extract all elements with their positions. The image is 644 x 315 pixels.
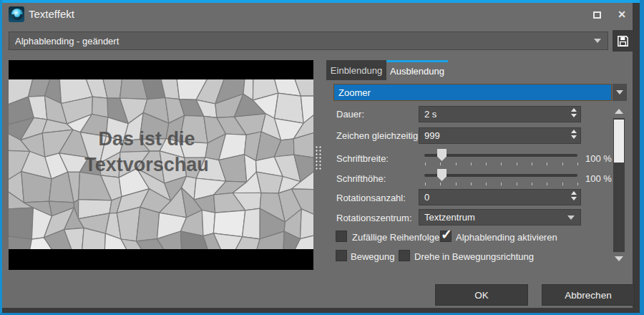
window-title: Texteffekt <box>29 8 74 20</box>
close-icon: ✕ <box>618 9 626 20</box>
checkbox-box <box>399 250 410 261</box>
scrollbar-down-button[interactable] <box>613 253 625 263</box>
zeichen-gleichzeitig-value: 999 <box>424 130 440 141</box>
preset-value: Alphablending - geändert <box>9 36 594 47</box>
window-border-left <box>0 0 2 315</box>
preview-text-line1: Das ist die <box>9 126 285 152</box>
schrifthoehe-slider-ticks <box>425 183 578 185</box>
app-icon <box>9 6 24 22</box>
cancel-button-label: Abbrechen <box>565 290 611 301</box>
chevron-down-icon <box>567 215 575 220</box>
effect-selected-value: Zoomer <box>334 87 371 98</box>
spinner-down-icon[interactable] <box>571 197 577 200</box>
tab-ausblendung[interactable]: Ausblendung <box>386 60 448 80</box>
chevron-down-icon <box>594 39 601 43</box>
schriftbreite-label: Schriftbreite: <box>336 153 389 164</box>
effect-combobox-arrow[interactable] <box>613 84 627 101</box>
cancel-button[interactable]: Abbrechen <box>542 284 635 306</box>
ok-button[interactable]: OK <box>435 284 528 306</box>
checkbox-box <box>336 250 347 261</box>
chevron-down-icon <box>615 256 623 261</box>
effect-combobox[interactable]: Zoomer <box>333 84 612 101</box>
schrifthoehe-label: Schrifthöhe: <box>336 173 386 184</box>
tab-ausblendung-label: Ausblendung <box>390 66 444 77</box>
tab-einblendung-label: Einblendung <box>331 65 382 76</box>
save-preset-button[interactable] <box>613 30 633 52</box>
window-border-top <box>0 0 644 3</box>
maximize-icon <box>593 11 601 19</box>
spinner-down-icon[interactable] <box>571 114 577 117</box>
checkbox-box <box>336 231 347 242</box>
check-icon: ✓ <box>441 226 452 243</box>
rotationszentrum-value: Textzentrum <box>424 212 567 223</box>
zeichen-gleichzeitig-label: Zeichen gleichzeitig: <box>336 130 421 141</box>
chevron-up-icon <box>615 109 623 114</box>
dauer-label: Dauer: <box>336 109 364 120</box>
schriftbreite-value: 100 % <box>585 153 612 164</box>
spinner-up-icon[interactable] <box>571 191 577 195</box>
preset-combobox[interactable]: Alphablending - geändert <box>9 32 608 50</box>
rotationszentrum-combobox[interactable]: Textzentrum <box>419 209 581 226</box>
close-button[interactable]: ✕ <box>614 6 630 22</box>
schrifthoehe-value: 100 % <box>585 173 612 184</box>
rotationsanzahl-value: 0 <box>424 192 429 203</box>
splitter-handle[interactable] <box>315 145 323 171</box>
rotationszentrum-label: Rotationszentrum: <box>336 213 412 223</box>
maximize-button[interactable] <box>588 8 605 22</box>
alphablending-aktivieren-label: Alphablending aktivieren <box>456 232 557 243</box>
scrollbar-up-button[interactable] <box>613 106 625 116</box>
checkbox-alphablending-aktivieren[interactable]: ✓ <box>440 231 452 242</box>
dauer-value: 2 s <box>424 109 436 120</box>
bewegung-label: Bewegung <box>351 251 394 262</box>
save-icon <box>616 34 630 48</box>
texteffekt-dialog: Texteffekt ✕ Alphablending - geändert Da… <box>0 0 644 315</box>
window-border-bottom-dark <box>2 308 633 313</box>
spinner-up-icon[interactable] <box>571 108 577 112</box>
chevron-down-icon <box>616 90 623 94</box>
schriftbreite-slider-track[interactable] <box>424 154 577 157</box>
window-border-right <box>640 0 644 315</box>
scrollbar-thumb[interactable] <box>614 120 624 163</box>
preview-text-line2: Textvorschau <box>9 152 285 178</box>
drehe-in-bewegungsrichtung-label: Drehe in Bewegungsrichtung <box>414 251 534 262</box>
spinner-up-icon[interactable] <box>571 130 577 133</box>
schrifthoehe-slider-track[interactable] <box>424 174 577 177</box>
checkbox-drehe-in-bewegungsrichtung[interactable]: ✓ <box>399 250 410 261</box>
tab-einblendung[interactable]: Einblendung <box>326 60 386 80</box>
zufaellige-reihenfolge-label: Zufällige Reihenfolge <box>352 232 439 243</box>
ok-button-label: OK <box>474 290 489 301</box>
window-border-right-dark <box>633 3 640 313</box>
text-preview: Das ist die Textvorschau <box>9 60 313 270</box>
schrifthoehe-slider-thumb[interactable] <box>437 169 447 181</box>
dauer-spinner[interactable]: 2 s <box>419 106 581 122</box>
zeichen-gleichzeitig-spinner[interactable]: 999 <box>419 127 581 144</box>
checkbox-zufaellige-reihenfolge[interactable]: ✓ <box>336 231 347 242</box>
rotationsanzahl-label: Rotationsanzahl: <box>336 193 406 203</box>
schriftbreite-slider-ticks <box>425 163 578 165</box>
schriftbreite-slider-thumb[interactable] <box>437 149 447 161</box>
spinner-down-icon[interactable] <box>571 135 577 139</box>
checkbox-bewegung[interactable]: ✓ <box>336 250 347 261</box>
rotationsanzahl-spinner[interactable]: 0 <box>419 189 581 205</box>
